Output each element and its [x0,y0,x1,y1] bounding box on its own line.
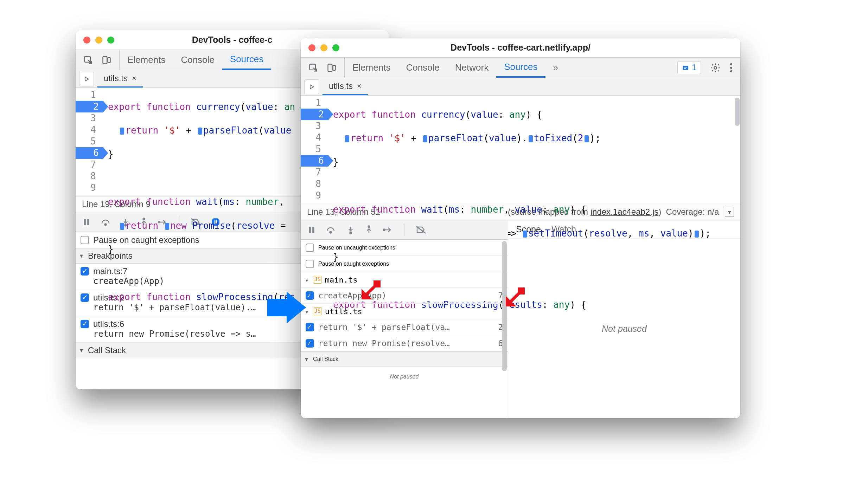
file-tabs-bar: utils.ts × [301,78,740,96]
debugger-sidebar: Pause on uncaught exceptions Pause on ca… [301,220,508,418]
step-over-icon[interactable] [326,225,337,234]
breakpoint-file-name: main.ts [325,276,358,284]
svg-rect-16 [684,67,687,67]
tab-network[interactable]: Network [447,58,496,78]
breakpoint-line[interactable]: return '$' + parseFloat(va… 2 [301,319,508,335]
step-out-icon[interactable] [365,225,373,234]
kebab-menu-icon[interactable] [730,63,733,73]
deactivate-breakpoints-icon[interactable] [416,225,426,234]
svg-rect-17 [684,68,686,69]
file-tab-utils[interactable]: utils.ts × [97,70,143,88]
step-icon[interactable] [383,225,393,234]
close-icon[interactable] [308,44,315,51]
svg-point-19 [730,63,732,65]
breakpoint-file-name: utils.ts [325,307,362,316]
svg-point-6 [105,224,107,225]
checkbox-icon[interactable] [81,320,89,328]
svg-point-25 [330,231,332,233]
issues-badge[interactable]: 1 [677,61,701,74]
gear-icon[interactable] [710,63,721,73]
tab-sources[interactable]: Sources [222,50,271,70]
pause-icon[interactable] [82,218,91,227]
panel-tabs-bar: Elements Console Network Sources » 1 [301,58,740,78]
minimize-icon[interactable] [95,37,102,44]
checkbox-icon[interactable] [306,291,314,300]
breakpoint-line[interactable]: createApp(App) 7 [301,287,508,304]
inspect-icon[interactable] [83,55,93,65]
not-paused-label: Not paused [301,367,508,386]
device-icon[interactable] [327,63,337,73]
devtools-window-right: DevTools - coffee-cart.netlify.app/ Elem… [301,38,740,418]
tab-sources[interactable]: Sources [496,58,545,78]
pause-uncaught-label: Pause on uncaught exceptions [318,245,395,251]
pause-icon[interactable] [307,225,316,234]
minimize-icon[interactable] [320,44,327,51]
pause-caught-label: Pause on caught exceptions [318,261,389,267]
breakpoint-line[interactable]: return new Promise(resolve… 6 [301,335,508,351]
callstack-header[interactable]: Call Stack [301,351,508,367]
zoom-icon[interactable] [332,44,339,51]
svg-marker-22 [310,85,314,89]
breakpoint-code: return '$' + parseFloat(va… [318,323,488,332]
coverage-toggle-icon[interactable] [725,208,734,217]
close-icon[interactable]: × [132,74,136,83]
svg-point-26 [350,232,352,234]
svg-rect-2 [108,58,110,63]
step-into-icon[interactable] [346,225,355,234]
checkbox-icon[interactable] [306,339,314,348]
inspect-icon[interactable] [308,63,318,73]
checkbox-icon[interactable] [81,267,89,276]
svg-point-28 [383,229,385,231]
svg-point-18 [714,66,717,69]
scrollbar-thumb[interactable] [502,241,507,371]
checkbox-icon[interactable] [306,244,314,252]
titlebar: DevTools - coffee-cart.netlify.app/ [301,38,740,58]
svg-rect-14 [333,65,336,70]
breakpoint-code: createApp(App) [318,291,488,300]
svg-rect-1 [103,56,107,64]
checkbox-icon[interactable] [306,260,314,268]
svg-rect-4 [84,219,85,225]
close-icon[interactable] [83,37,90,44]
close-icon[interactable]: × [357,82,362,91]
checkbox-icon[interactable] [81,293,89,302]
checkbox-icon[interactable] [81,236,89,244]
js-file-icon: JS [314,276,321,284]
checkbox-icon[interactable] [306,323,314,331]
breakpoint-line-number: 7 [492,291,503,300]
svg-rect-13 [328,64,332,71]
breakpoint-line-number: 2 [492,323,503,332]
svg-point-27 [368,226,370,227]
device-icon[interactable] [102,55,111,65]
file-tab-label: utils.ts [329,81,353,91]
tab-elements[interactable]: Elements [345,58,398,78]
breakpoint-file-header[interactable]: JS main.ts [301,272,508,287]
breakpoint-file-header[interactable]: JS utils.ts [301,304,508,319]
debugger-toolbar [301,220,508,240]
breakpoint-line-number: 6 [492,339,503,348]
svg-marker-3 [85,77,89,81]
file-tab-utils[interactable]: utils.ts × [323,78,368,95]
svg-rect-15 [683,66,688,70]
run-snippet-icon[interactable] [304,79,319,94]
scrollbar-thumb[interactable] [735,98,740,126]
tab-elements[interactable]: Elements [120,50,173,70]
run-snippet-icon[interactable] [79,72,94,86]
zoom-icon[interactable] [107,37,114,44]
svg-point-21 [730,70,732,72]
pause-caught-checkbox-row[interactable]: Pause on caught exceptions [301,256,508,272]
svg-point-20 [730,67,732,69]
tab-more[interactable]: » [545,58,566,78]
file-tab-label: utils.ts [104,73,128,83]
code-editor[interactable]: 1 2 3 4 5 6 7 8 9 export function curren… [301,96,740,204]
tab-console[interactable]: Console [398,58,447,78]
issues-icon [682,64,689,71]
pause-uncaught-checkbox-row[interactable]: Pause on uncaught exceptions [301,240,508,256]
svg-rect-23 [309,227,311,233]
window-title: DevTools - coffee-c [192,35,273,45]
window-title: DevTools - coffee-cart.netlify.app/ [451,43,591,53]
js-file-icon: JS [314,308,321,315]
breakpoint-code: return new Promise(resolve… [318,339,488,348]
svg-rect-5 [87,219,89,225]
tab-console[interactable]: Console [173,50,222,70]
